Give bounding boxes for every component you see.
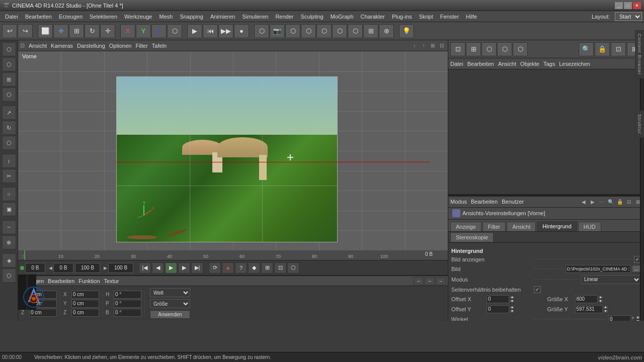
apply-button[interactable]: Anwenden [150, 310, 190, 319]
vp-menu-filter[interactable]: Filter [135, 43, 147, 49]
tool-brush1[interactable]: ↗ [2, 106, 16, 120]
tab-hintergrund[interactable]: Hintergrund [537, 221, 577, 231]
menu-selektieren[interactable]: Selektieren [87, 13, 120, 21]
coord-y2-input[interactable] [71, 300, 99, 308]
redo-button[interactable]: ↪ [18, 24, 33, 38]
maximize-button[interactable]: □ [624, 2, 632, 9]
input-grosse-x[interactable] [575, 295, 598, 303]
play-play-btn[interactable]: ▶▶ [218, 24, 233, 38]
tool-poly[interactable]: ⬡ [2, 57, 16, 71]
btn-bearbeiten[interactable]: Bearbeiten [48, 278, 74, 284]
scale-tool[interactable]: ⊞ [69, 24, 84, 38]
attr-search[interactable]: 🔍 [607, 198, 615, 206]
tab-stereoskopie[interactable]: Stereoskopie [450, 232, 494, 242]
object-axis[interactable]: ⬡ [167, 24, 182, 38]
panel-dots-1[interactable]: – [414, 277, 424, 285]
input-offset-x[interactable] [487, 295, 509, 303]
coord-z2-input[interactable] [71, 309, 99, 317]
rp-tb1[interactable]: ⊡ [450, 42, 465, 56]
spin-up-grosse-x[interactable]: ▲ [598, 295, 604, 299]
current-frame-input[interactable] [25, 263, 45, 273]
menu-skript[interactable]: Skript [416, 13, 436, 21]
coord-x2-input[interactable] [71, 291, 99, 299]
attr-menu-benutzer[interactable]: Benutzer [502, 199, 524, 205]
attr-lock[interactable]: 🔒 [616, 198, 624, 206]
rp-menu-tags[interactable]: Tags [543, 61, 555, 67]
menu-mograph[interactable]: MoGraph [328, 13, 357, 21]
tab-ansicht[interactable]: Ansicht [507, 222, 536, 231]
rp-menu-bearbeiten[interactable]: Bearbeiten [467, 61, 494, 67]
menu-erzeugen[interactable]: Erzeugen [56, 13, 86, 21]
end-frame-input[interactable] [108, 263, 133, 273]
vp-icon-4[interactable]: ⊡ [438, 42, 446, 50]
spin-up-offset-y[interactable]: ▲ [509, 305, 515, 309]
max-frame-input[interactable] [75, 263, 100, 273]
param-btn[interactable]: ⊡ [274, 262, 286, 274]
vp-icon-3[interactable]: ⊞ [429, 42, 437, 50]
key-btn[interactable]: ◆ [248, 262, 260, 274]
grid-btn[interactable]: ⊞ [363, 24, 378, 38]
axis-y[interactable]: Y [136, 24, 151, 38]
vp-menu-kameras[interactable]: Kameras [51, 43, 73, 49]
auto-key-btn[interactable]: ? [235, 262, 247, 274]
vp-menu-darstellung[interactable]: Darstellung [77, 43, 105, 49]
tool-camera[interactable]: ▣ [2, 202, 16, 216]
spin-up-offset-x[interactable]: ▲ [509, 295, 515, 299]
tool-select2[interactable]: ⬡ [2, 87, 16, 102]
viewport[interactable]: Vorne [18, 51, 448, 250]
polygon-btn[interactable]: ⬡ [316, 24, 332, 38]
rp-menu-lesezeichen[interactable]: Lesezeichen [559, 61, 590, 67]
loop-btn[interactable]: ⟳ [209, 262, 221, 274]
object-btn[interactable]: ⬡ [301, 24, 316, 38]
point-btn[interactable]: ⬡ [332, 24, 347, 38]
vp-menu-ansicht[interactable]: Ansicht [29, 43, 47, 49]
tool-move[interactable]: ⬡ [2, 42, 16, 56]
attr-nav-forward[interactable]: ▶ [589, 198, 597, 206]
light-btn[interactable]: ⬡ [285, 24, 300, 38]
spin-dn-grosse-y[interactable]: ▼ [603, 309, 609, 313]
tab-hud[interactable]: HUD [578, 222, 601, 231]
menu-werkzeuge[interactable]: Werkzeuge [121, 13, 155, 21]
input-winkel[interactable] [608, 315, 631, 321]
input-grosse-y[interactable] [575, 305, 603, 313]
edge-btn[interactable]: ⬡ [348, 24, 363, 38]
attr-menu-modus[interactable]: Modus [450, 199, 467, 205]
panel-dots-2[interactable]: – [425, 277, 435, 285]
coord-b-input[interactable] [114, 309, 141, 317]
tool-special[interactable]: ⊕ [2, 235, 16, 249]
spin-dn-grosse-x[interactable]: ▼ [598, 299, 604, 303]
step-forward-btn[interactable]: ▶ [178, 262, 190, 274]
coord-welt-select[interactable]: Welt [150, 288, 190, 297]
rp-menu-ansicht[interactable]: Ansicht [498, 61, 516, 67]
move-tool[interactable]: ✛ [53, 24, 68, 38]
tool-cut[interactable]: ✂ [2, 169, 16, 183]
close-button[interactable]: ✕ [633, 2, 641, 9]
tool-extra1[interactable]: ⬡ [2, 268, 16, 283]
spin-dn-offset-y[interactable]: ▼ [509, 309, 515, 313]
axis-x[interactable]: X [120, 24, 135, 38]
attr-nav-dots[interactable]: ⋯ [598, 198, 606, 206]
tool-deform[interactable]: ~ [2, 220, 16, 234]
attr-extra[interactable]: ⊡ [625, 198, 633, 206]
rp-menu-objekte[interactable]: Objekte [520, 61, 539, 67]
coord-p-input[interactable] [114, 300, 141, 308]
tool-material[interactable]: ◈ [2, 253, 16, 267]
btn-textur[interactable]: Textur [104, 278, 119, 284]
rp-lock[interactable]: 🔒 [595, 42, 610, 56]
goto-start-btn[interactable]: |◀ [139, 262, 151, 274]
rec-btn[interactable]: ● [234, 24, 249, 38]
menu-charakter[interactable]: Charakter [358, 13, 388, 21]
motion-btn[interactable]: ⬡ [287, 262, 299, 274]
tool-scale[interactable]: ⬡ [2, 136, 16, 150]
transform-tool[interactable]: ✛ [100, 24, 115, 38]
content-browser-tab[interactable]: Content Browser [635, 30, 644, 78]
rp-tb4[interactable]: ⬡ [497, 42, 512, 56]
tool-rotate[interactable]: ↻ [2, 121, 16, 135]
min-frame-input[interactable] [53, 263, 73, 273]
record-btn[interactable]: ● [222, 262, 234, 274]
goto-end-btn[interactable]: ▶| [191, 262, 203, 274]
axis-z[interactable]: Z [151, 24, 167, 38]
render-btn[interactable]: 💡 [399, 24, 414, 38]
attr-scrollbar[interactable] [640, 196, 644, 321]
coord-h-input[interactable] [114, 291, 141, 299]
